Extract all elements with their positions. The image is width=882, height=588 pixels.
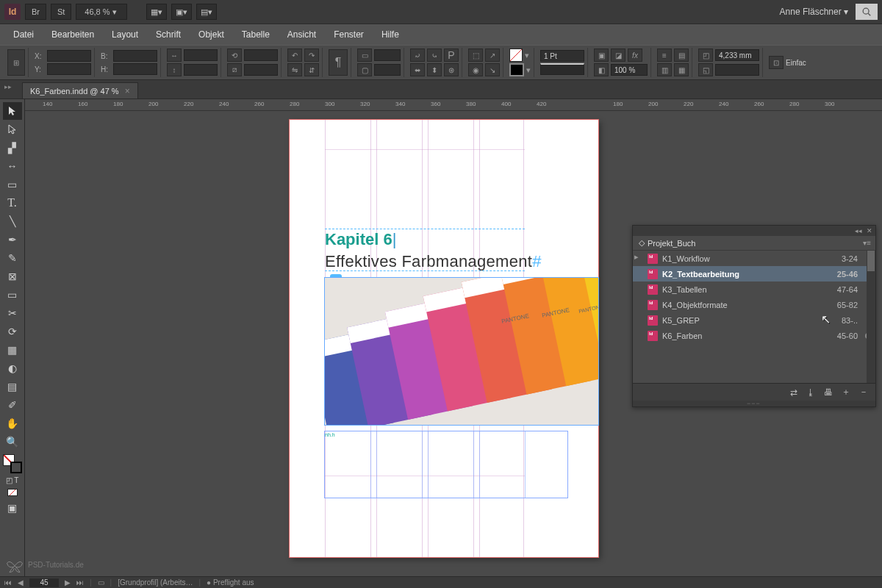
bridge-button[interactable]: Br [25,4,46,20]
object-style-b-icon[interactable]: ▢ [357,63,372,76]
add-document-icon[interactable]: ＋ [842,386,850,398]
gradient-swatch-tool[interactable]: ▦ [3,341,22,359]
search-button[interactable] [856,4,878,20]
fill-stroke-swatch[interactable] [3,454,22,473]
style-source-icon[interactable]: ▸ [634,252,639,262]
stock-button[interactable]: St [51,4,71,20]
content-collector-tool[interactable]: ▭ [3,176,22,193]
x-input[interactable] [47,50,91,62]
open-icon[interactable]: ▭ [98,578,104,587]
hero-image-frame[interactable]: PANTONE PANTONE PANTON [325,278,598,425]
shear-input[interactable] [244,64,278,76]
gradient-feather-tool[interactable]: ◐ [3,359,22,377]
chevron-down-icon[interactable]: ▾ [526,65,531,75]
rotate-ccw-icon[interactable]: ↶ [287,49,302,62]
height-input[interactable] [113,63,157,75]
save-book-icon[interactable]: ⭳ [806,387,815,398]
text-wrap-a-icon[interactable]: ≡ [657,49,672,62]
eyedropper-tool[interactable]: ✐ [3,396,22,414]
y-input[interactable] [47,63,91,75]
hand-tool[interactable]: ✋ [3,415,22,432]
document-page[interactable]: Kapitel 6| Effektives Farbmanagement# [290,120,598,557]
first-page-icon[interactable]: ⏮ [4,578,12,587]
corner-shape-icon[interactable]: ◱ [698,63,713,76]
pencil-tool[interactable]: ✎ [3,249,22,267]
text-wrap-b-icon[interactable]: ▤ [674,49,689,62]
panel-handle-icon[interactable]: ▸▸ [4,83,12,90]
arrange-documents-button[interactable]: ▤▾ [196,4,217,20]
chapter-heading[interactable]: Kapitel 6| [325,230,396,249]
menu-fenster[interactable]: Fenster [325,26,373,43]
fill-swatch[interactable] [509,49,523,62]
page-tool[interactable]: ▞ [3,139,22,157]
remove-document-icon[interactable]: － [859,386,868,398]
last-page-icon[interactable]: ⏭ [76,578,84,587]
close-panel-icon[interactable]: ✕ [867,227,872,234]
flip-c-icon[interactable]: ⊛ [444,63,459,76]
rectangle-frame-tool[interactable]: ⊠ [3,268,22,285]
rotate-cw-icon[interactable]: ↷ [304,49,319,62]
panel-scrollbar[interactable] [867,251,875,383]
selection-tool[interactable] [3,102,22,120]
flip-b-icon[interactable]: ⬍ [427,63,442,76]
stroke-swatch[interactable] [509,63,524,76]
arrow-icon[interactable]: ↗ [485,49,500,62]
book-panel-tab[interactable]: ◇ Projekt_Buch ▾≡ [633,236,875,251]
prev-page-icon[interactable]: ◀ [18,578,24,587]
flip-h-icon[interactable]: ⇋ [287,63,302,76]
corner-icon[interactable]: ◰ [698,49,713,62]
free-transform-tool[interactable]: ⟳ [3,323,22,340]
opacity-icon[interactable]: ◧ [594,63,609,76]
menu-ansicht[interactable]: Ansicht [279,26,325,43]
chapter-subtitle[interactable]: Effektives Farbmanagement# [325,252,542,271]
menu-bearbeiten[interactable]: Bearbeiten [43,26,103,43]
pen-tool[interactable]: ✒ [3,231,22,248]
line-tool[interactable]: ╲ [3,212,22,230]
profile-label[interactable]: [Grundprofil] (Arbeits… [118,578,193,587]
shear-icon[interactable]: ⧄ [227,63,242,76]
apply-color-icon[interactable] [3,487,22,498]
arrow-b-icon[interactable]: ↘ [485,63,500,76]
object-style-b-dropdown[interactable] [374,64,401,76]
book-document-row[interactable]: K6_Farben45-60 [633,328,875,343]
stroke-style-dropdown[interactable] [540,63,584,75]
select-container-icon[interactable]: ⬚ [468,49,483,62]
horizontal-ruler[interactable]: 140 160 180 200 220 240 260 280 300 320 … [25,99,882,111]
menu-objekt[interactable]: Objekt [190,26,233,43]
panel-menu-icon[interactable]: ▾≡ [863,239,871,247]
text-wrap-c-icon[interactable]: ▥ [657,63,672,76]
preflight-status[interactable]: ● Preflight aus [207,578,254,587]
rotate-90b-icon[interactable]: ⤿ [427,49,442,62]
scale-x-icon[interactable]: ↔ [167,49,182,62]
menu-tabelle[interactable]: Tabelle [233,26,279,43]
flip-a-icon[interactable]: ⬌ [410,63,425,76]
rectangle-tool[interactable]: ▭ [3,286,22,304]
width-input[interactable] [113,50,157,62]
rotate-icon[interactable]: ⟲ [227,49,242,62]
screen-mode-button[interactable]: ▣▾ [171,4,192,20]
object-style-dropdown[interactable] [374,49,401,61]
book-document-row[interactable]: K3_Tabellen47-64 [633,282,875,297]
drop-shadow-icon[interactable]: ◪ [611,49,625,62]
select-content-icon[interactable]: ◉ [468,63,483,76]
book-document-row[interactable]: K1_Workflow3-24 [633,251,875,266]
text-wrap-d-icon[interactable]: ▦ [674,63,689,76]
format-container-icon[interactable]: ◰ T [3,474,22,486]
fit-icon[interactable]: ⊡ [769,56,784,69]
flip-icon[interactable]: P [444,49,459,62]
direct-selection-tool[interactable] [3,121,22,138]
menu-schrift[interactable]: Schrift [147,26,190,43]
menu-hilfe[interactable]: Hilfe [373,26,408,43]
gap-tool[interactable]: ↔ [3,157,22,175]
menu-layout[interactable]: Layout [103,26,147,43]
close-tab-icon[interactable]: × [125,86,130,96]
text-frame[interactable] [325,431,567,498]
rotate-input[interactable] [244,49,278,61]
scissors-tool[interactable]: ✂ [3,304,22,322]
print-book-icon[interactable]: 🖶 [824,387,833,398]
note-tool[interactable]: ▤ [3,378,22,395]
rotate-90-icon[interactable]: ⤾ [410,49,425,62]
book-document-row[interactable]: K4_Objektformate65-82 [633,297,875,312]
char-format-icon[interactable]: ¶ [329,49,348,76]
collapse-icon[interactable]: ◂◂ [855,227,862,234]
